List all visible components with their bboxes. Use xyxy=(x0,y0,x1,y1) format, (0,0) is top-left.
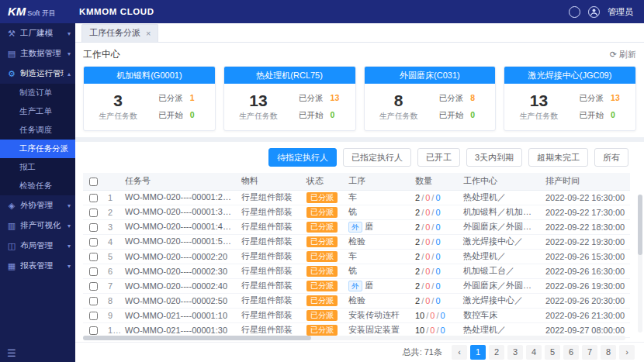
workcenter-cell: 机加锻料／机加锻料 xyxy=(459,205,541,219)
row-checkbox[interactable] xyxy=(89,282,98,291)
sidebar-subitem-inspection-task[interactable]: 检验任务 xyxy=(0,177,75,195)
app-logo: KM Soft 开目 xyxy=(0,5,74,19)
table-row[interactable]: 4WO-MMO-020----00001:50超期行星组件部装已分派检验2/0/… xyxy=(83,234,630,249)
page-button-7[interactable]: 7 xyxy=(582,345,597,360)
qty-separator: / xyxy=(421,267,424,276)
tab-label: 工序任务分派 xyxy=(89,27,140,39)
qty-plan: 2 xyxy=(415,222,420,232)
page-button-3[interactable]: 3 xyxy=(507,345,523,360)
filter-button-all[interactable]: 所有 xyxy=(594,148,628,167)
filter-button-due-3days[interactable]: 3天内到期 xyxy=(466,148,522,167)
task-number: WO-MMO-021----00001:10 xyxy=(125,311,227,320)
filter-button-overdue-unfinished[interactable]: 超期未完工 xyxy=(528,148,588,167)
sidebar-item-layout-management[interactable]: ◫布局管理▾ xyxy=(0,236,75,256)
qty-rest: 0 xyxy=(441,311,445,320)
refresh-label: 刷新 xyxy=(619,49,636,60)
dispatched-row: 已分派13 xyxy=(299,93,343,104)
column-header: 工作中心 xyxy=(459,173,541,190)
sidebar-item-label: 外协管理 xyxy=(20,200,53,211)
status-badge: 已分派 xyxy=(306,281,338,291)
table-row[interactable]: 3WO-MMO-020----00001:40超期行星组件部装已分派外磨2/0/… xyxy=(83,219,630,234)
filter-button-started[interactable]: 已开工 xyxy=(417,148,460,167)
qty-plan: 2 xyxy=(415,296,420,305)
row-index: 8 xyxy=(103,293,120,308)
sidebar-item-outsourcing[interactable]: ◈外协管理▾ xyxy=(0,195,75,215)
hamburger-icon[interactable]: ☰ xyxy=(7,347,16,359)
filter-button-assigned[interactable]: 已指定执行人 xyxy=(343,148,411,167)
current-user-label[interactable]: 管理员 xyxy=(608,6,633,18)
page-button-8[interactable]: 8 xyxy=(601,345,616,360)
task-number: WO-MMO-020----00001:40 xyxy=(125,222,231,231)
select-all-checkbox[interactable] xyxy=(89,178,98,186)
page-button-1[interactable]: 1 xyxy=(470,345,486,360)
row-checkbox[interactable] xyxy=(89,267,98,276)
table-row[interactable]: 5WO-MMO-020----00002:20行星组件部装已分派车2/0/0热处… xyxy=(83,249,630,264)
prev-page-button[interactable]: ‹ xyxy=(452,345,467,360)
row-checkbox-cell xyxy=(83,278,103,293)
page-button-5[interactable]: 5 xyxy=(545,345,560,360)
sidebar-item-label: 主数据管理 xyxy=(20,48,61,59)
sidebar-subitem-task-scheduling[interactable]: 任务调度 xyxy=(0,121,75,140)
sidebar-item-report-management[interactable]: ▦报表管理▾ xyxy=(0,256,75,276)
vertical-scrollbar-thumb[interactable] xyxy=(638,195,642,255)
task-number-cell: WO-MMO-020----00001:40超期 xyxy=(120,219,237,234)
workcenter-card[interactable]: 激光焊接中心(JGC09)13生产任务数已分派13已开始0 xyxy=(504,66,636,131)
qty-done: 0 xyxy=(425,252,430,261)
table-row[interactable]: 9WO-MMO-021----00001:10行星组件部装已分派安装传动连杆10… xyxy=(83,308,630,322)
sidebar-subitem-manufacturing-order[interactable]: 制造订单 xyxy=(0,84,75,102)
qty-rest: 0 xyxy=(435,252,440,261)
page-button-6[interactable]: 6 xyxy=(563,345,579,360)
status-badge: 已分派 xyxy=(306,236,338,247)
page-button-4[interactable]: 4 xyxy=(526,345,542,360)
sidebar-item-master-data[interactable]: ▤主数据管理▾ xyxy=(0,43,75,64)
row-checkbox[interactable] xyxy=(89,253,98,261)
outsourced-badge: 外 xyxy=(348,222,362,233)
row-checkbox[interactable] xyxy=(89,194,98,202)
material-cell: 行星组件部装 xyxy=(237,190,302,205)
row-checkbox[interactable] xyxy=(89,209,98,217)
status-badge: 已分派 xyxy=(306,192,338,203)
table-row[interactable]: 7WO-MMO-020----00002:40行星组件部装已分派外磨2/0/0外… xyxy=(83,278,630,293)
dispatched-count: 8 xyxy=(470,93,483,102)
page-button-2[interactable]: 2 xyxy=(489,345,504,360)
table-row[interactable]: 2WO-MMO-020----00001:30超期行星组件部装已分派铣2/0/0… xyxy=(83,205,630,219)
row-checkbox[interactable] xyxy=(89,312,98,320)
filter-button-pending-assignee[interactable]: 待指定执行人 xyxy=(268,148,337,167)
row-checkbox-cell xyxy=(83,205,103,219)
workcenter-card[interactable]: 机加锻料(G0001)3生产任务数已分派1已开始0 xyxy=(83,66,216,131)
sidebar-item-factory-modeling[interactable]: ⚒工厂建模▾ xyxy=(0,23,75,43)
user-avatar-icon[interactable] xyxy=(588,6,600,18)
table-row[interactable]: 1WO-MMO-020----00001:20超期行星组件部装已分派车2/0/0… xyxy=(83,190,630,205)
table-row[interactable]: 6WO-MMO-020----00002:30行星组件部装已分派铣2/0/0机加… xyxy=(83,264,630,278)
refresh-button[interactable]: ⟳ 刷新 xyxy=(610,49,636,60)
task-number-cell: WO-MMO-021----00001:10 xyxy=(120,308,237,322)
row-checkbox[interactable] xyxy=(89,223,98,232)
row-checkbox[interactable] xyxy=(89,297,98,305)
tab-process-task-dispatch[interactable]: 工序任务分派 × xyxy=(81,24,158,42)
row-checkbox[interactable] xyxy=(89,326,98,335)
workcenter-card[interactable]: 外圆磨床(C031)8生产任务数已分派8已开始0 xyxy=(364,66,497,131)
qty-rest: 0 xyxy=(441,326,445,335)
sidebar-item-scheduling-viz[interactable]: ▥排产可视化▾ xyxy=(0,215,75,236)
sidebar-subitem-production-order[interactable]: 生产工单 xyxy=(0,102,75,121)
horizontal-scrollbar-thumb[interactable] xyxy=(83,336,311,340)
sidebar-subitem-process-task-dispatch[interactable]: 工序任务分派 xyxy=(0,140,75,158)
sidebar-item-manufacturing-ops[interactable]: ⚙制造运行管理▴ xyxy=(0,64,75,84)
sidebar-subitem-report-work[interactable]: 报工 xyxy=(0,158,75,177)
started-count: 0 xyxy=(470,110,483,119)
database-icon: ▤ xyxy=(7,49,16,59)
row-checkbox[interactable] xyxy=(89,238,98,247)
next-page-button[interactable]: › xyxy=(619,345,635,360)
workcenter-cell: 数控车床 xyxy=(459,308,541,322)
help-icon[interactable] xyxy=(569,6,580,18)
layout-icon: ◫ xyxy=(7,241,16,251)
started-label: 已开始 xyxy=(580,110,604,119)
started-row: 已开始0 xyxy=(439,110,483,121)
close-icon[interactable]: × xyxy=(146,29,151,38)
task-number-cell: WO-MMO-020----00001:30超期 xyxy=(120,205,237,219)
qty-separator: / xyxy=(431,267,434,276)
qty-separator: / xyxy=(421,222,424,232)
qty-plan: 10 xyxy=(415,311,424,320)
table-row[interactable]: 8WO-MMO-020----00002:50行星组件部装已分派检验2/0/0激… xyxy=(83,293,630,308)
workcenter-card[interactable]: 热处理机(RCL75)13生产任务数已分派13已开始0 xyxy=(223,66,356,131)
